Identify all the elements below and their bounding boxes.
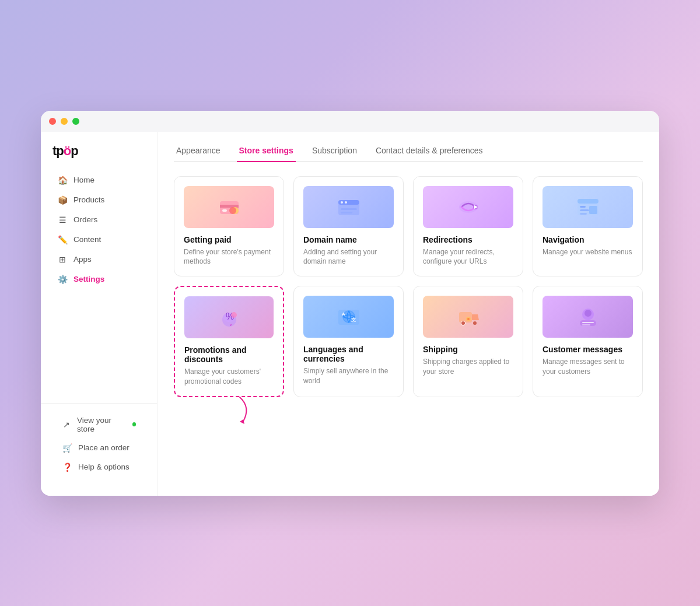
sidebar-bottom: ↗ View your store 🛒 Place an order ❓ Hel… — [41, 403, 157, 484]
app-body: tpöp 🏠 Home 📦 Products ☰ Orders ✏️ Conte… — [41, 132, 659, 496]
home-icon: 🏠 — [57, 176, 68, 185]
card-image-promotions: % — [184, 296, 274, 338]
card-desc-promotions: Manage your customers' promotional codes — [184, 367, 274, 387]
card-customer-messages[interactable]: Customer messages Manage messages sent t… — [533, 286, 643, 397]
card-domain-name[interactable]: Domain name Adding and setting your doma… — [293, 176, 404, 277]
view-store-label: View your store — [77, 416, 125, 433]
apps-icon: ⊞ — [57, 255, 68, 264]
svg-rect-2 — [222, 209, 227, 212]
title-bar — [41, 111, 659, 132]
svg-rect-17 — [580, 209, 589, 211]
products-icon: 📦 — [57, 195, 68, 205]
card-desc-redirections: Manage your redirects, configure your UR… — [423, 247, 513, 267]
card-desc-domain: Adding and setting your domain name — [303, 247, 394, 267]
card-image-domain — [303, 186, 394, 228]
svg-point-36 — [584, 310, 592, 317]
shipping-illustration — [456, 304, 481, 330]
card-title-getting-paid: Getting paid — [184, 235, 274, 244]
help-label: Help & options — [78, 463, 130, 471]
card-promotions[interactable]: % Promotions and discounts Manage your c… — [174, 286, 284, 397]
orders-icon: ☰ — [57, 215, 68, 225]
tab-appearance[interactable]: Appearance — [174, 146, 223, 162]
sidebar-item-content[interactable]: ✏️ Content — [46, 230, 152, 249]
svg-marker-24 — [240, 419, 244, 424]
svg-rect-39 — [582, 324, 590, 325]
external-link-icon: ↗ — [62, 420, 71, 429]
maximize-button[interactable] — [72, 118, 79, 125]
cards-grid: Getting paid Define your store's payment… — [174, 176, 643, 397]
svg-rect-19 — [589, 206, 597, 214]
tabs-bar: Appearance Store settings Subscription C… — [174, 146, 643, 162]
domain-illustration — [336, 194, 362, 220]
svg-rect-9 — [341, 208, 357, 210]
svg-point-4 — [229, 207, 236, 214]
logo-accent: ö — [64, 143, 71, 158]
card-redirections[interactable]: Redirections Manage your redirects, conf… — [413, 176, 523, 277]
card-image-getting-paid — [184, 186, 274, 228]
card-image-languages: A 文 — [303, 296, 394, 338]
svg-rect-10 — [341, 212, 352, 213]
svg-rect-16 — [580, 206, 586, 208]
card-image-navigation — [542, 186, 633, 228]
card-title-languages: Languages and currencies — [303, 345, 394, 363]
card-title-customer-messages: Customer messages — [542, 345, 633, 354]
sidebar-item-settings[interactable]: ⚙️ Settings — [46, 270, 152, 289]
svg-point-31 — [461, 321, 465, 325]
svg-rect-38 — [582, 322, 594, 323]
getting-paid-illustration — [216, 194, 242, 220]
card-getting-paid[interactable]: Getting paid Define your store's payment… — [174, 176, 284, 277]
svg-point-32 — [473, 321, 477, 325]
svg-point-7 — [341, 201, 343, 204]
minimize-button[interactable] — [61, 118, 68, 125]
card-title-domain: Domain name — [303, 235, 394, 244]
svg-point-8 — [345, 201, 347, 204]
close-button[interactable] — [49, 118, 56, 125]
customer-messages-illustration — [575, 304, 601, 330]
main-content: Appearance Store settings Subscription C… — [158, 132, 659, 496]
sidebar-item-products[interactable]: 📦 Products — [46, 191, 152, 209]
svg-text:A: A — [342, 311, 345, 317]
tab-store-settings[interactable]: Store settings — [237, 146, 296, 162]
card-image-redirections — [423, 186, 513, 228]
help-options-link[interactable]: ❓ Help & options — [50, 458, 148, 477]
sidebar-label-home: Home — [74, 176, 94, 184]
sidebar-label-content: Content — [74, 235, 101, 244]
svg-point-23 — [231, 312, 237, 318]
card-languages[interactable]: A 文 Languages and currencies Simply sell… — [293, 286, 404, 397]
logo: tpöp — [41, 143, 157, 170]
svg-rect-15 — [578, 199, 598, 204]
tab-contact[interactable]: Contact details & preferences — [373, 146, 485, 162]
card-image-customer-messages — [542, 296, 633, 338]
sidebar-label-products: Products — [74, 195, 104, 204]
svg-text:文: 文 — [351, 317, 356, 323]
languages-illustration: A 文 — [336, 304, 362, 330]
svg-point-34 — [467, 318, 470, 320]
app-window: tpöp 🏠 Home 📦 Products ☰ Orders ✏️ Conte… — [41, 111, 659, 496]
card-shipping[interactable]: Shipping Shipping charges applied to you… — [413, 286, 523, 397]
card-title-navigation: Navigation — [542, 235, 633, 244]
card-wrapper-promotions: % Promotions and discounts Manage your c… — [174, 286, 284, 397]
card-desc-shipping: Shipping charges applied to your store — [423, 357, 513, 377]
card-navigation[interactable]: Navigation Manage your website menus — [533, 176, 643, 277]
view-store-link[interactable]: ↗ View your store — [50, 411, 148, 438]
sidebar-item-home[interactable]: 🏠 Home — [46, 171, 152, 190]
card-image-shipping — [423, 296, 513, 338]
promotions-illustration: % — [216, 304, 242, 330]
online-indicator — [132, 422, 136, 426]
navigation-illustration — [575, 194, 601, 220]
sidebar-item-apps[interactable]: ⊞ Apps — [46, 250, 152, 269]
card-desc-navigation: Manage your website menus — [542, 247, 633, 257]
place-order-link[interactable]: 🛒 Place an order — [50, 439, 148, 457]
sidebar: tpöp 🏠 Home 📦 Products ☰ Orders ✏️ Conte… — [41, 132, 158, 496]
card-desc-getting-paid: Define your store's payment methods — [184, 247, 274, 267]
redirections-illustration — [456, 194, 481, 220]
settings-icon: ⚙️ — [57, 275, 68, 284]
card-title-shipping: Shipping — [423, 345, 513, 354]
annotation-arrow — [222, 396, 257, 425]
svg-rect-29 — [459, 312, 472, 323]
card-title-redirections: Redirections — [423, 235, 513, 244]
sidebar-item-orders[interactable]: ☰ Orders — [46, 211, 152, 229]
card-desc-languages: Simply sell anywhere in the world — [303, 366, 394, 386]
help-icon: ❓ — [62, 463, 72, 472]
tab-subscription[interactable]: Subscription — [310, 146, 359, 162]
